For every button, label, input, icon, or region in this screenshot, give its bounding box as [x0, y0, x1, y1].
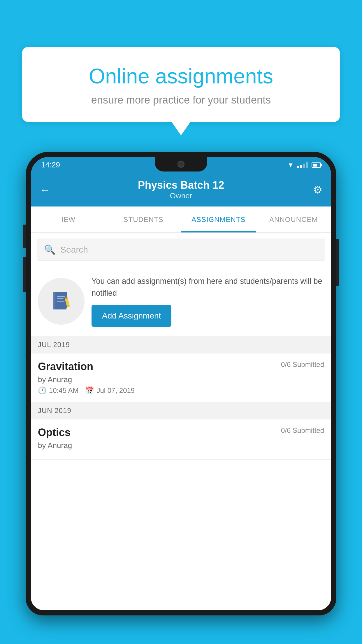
- promo-section: You can add assignment(s) from here and …: [31, 267, 331, 336]
- assignment-time: 🕐 10:45 AM: [38, 386, 78, 395]
- calendar-icon: 📅: [85, 386, 94, 395]
- assignment-submitted-optics: 0/6 Submitted: [281, 426, 324, 435]
- header-title: Physics Batch 12: [54, 179, 308, 191]
- tab-announcements[interactable]: ANNOUNCEM: [256, 206, 331, 232]
- assignment-icon-circle: [38, 278, 85, 325]
- status-time: 14:29: [41, 160, 60, 169]
- back-button[interactable]: ←: [40, 184, 54, 196]
- search-bar[interactable]: 🔍 Search: [37, 239, 325, 261]
- svg-rect-1: [53, 292, 55, 309]
- phone: 14:29 ▼: [26, 152, 336, 644]
- assignment-author-optics: by Anurag: [38, 441, 324, 450]
- svg-rect-4: [57, 301, 64, 302]
- content-area: 🔍 Search: [31, 233, 331, 610]
- tab-assignments[interactable]: ASSIGNMENTS: [181, 206, 256, 232]
- tab-view[interactable]: IEW: [31, 206, 106, 232]
- phone-camera: [178, 161, 184, 168]
- tab-students[interactable]: STUDENTS: [106, 206, 181, 232]
- app-header: ← Physics Batch 12 Owner ⚙: [31, 173, 331, 206]
- section-header-jul: JUL 2019: [31, 336, 331, 354]
- tabs-bar: IEW STUDENTS ASSIGNMENTS ANNOUNCEM: [31, 206, 331, 233]
- assignment-submitted: 0/6 Submitted: [281, 360, 324, 369]
- notebook-icon: [50, 290, 73, 313]
- svg-rect-3: [57, 298, 64, 299]
- assignment-item-gravitation[interactable]: Gravitation 0/6 Submitted by Anurag 🕐 10…: [31, 354, 331, 402]
- assignment-name-optics: Optics: [38, 426, 71, 439]
- assignment-author: by Anurag: [38, 375, 324, 384]
- phone-notch: [155, 157, 207, 172]
- search-placeholder: Search: [60, 245, 88, 255]
- assignment-item-optics[interactable]: Optics 0/6 Submitted by Anurag: [31, 419, 331, 460]
- status-icons: ▼: [287, 161, 321, 169]
- phone-button-left2: [23, 257, 26, 292]
- search-icon: 🔍: [44, 244, 56, 255]
- add-assignment-button[interactable]: Add Assignment: [92, 305, 171, 327]
- wifi-icon: ▼: [287, 161, 294, 169]
- section-header-jun: JUN 2019: [31, 402, 331, 419]
- settings-icon[interactable]: ⚙: [308, 184, 322, 196]
- search-container: 🔍 Search: [31, 233, 331, 267]
- clock-icon: 🕐: [38, 386, 47, 395]
- promo-content: You can add assignment(s) from here and …: [92, 275, 324, 327]
- assignment-name: Gravitation: [38, 360, 93, 373]
- battery-icon: [312, 162, 321, 168]
- speech-bubble-title: Online assignments: [42, 64, 320, 88]
- phone-button-left: [23, 225, 26, 248]
- promo-text: You can add assignment(s) from here and …: [92, 275, 324, 299]
- header-subtitle: Owner: [54, 191, 308, 200]
- assignment-meta: 🕐 10:45 AM 📅 Jul 07, 2019: [38, 386, 324, 395]
- speech-bubble: Online assignments ensure more practice …: [22, 47, 340, 122]
- phone-button-right: [336, 239, 339, 286]
- assignment-date: 📅 Jul 07, 2019: [85, 386, 135, 395]
- svg-rect-2: [57, 296, 65, 297]
- header-title-group: Physics Batch 12 Owner: [54, 179, 308, 200]
- speech-bubble-subtitle: ensure more practice for your students: [42, 94, 320, 106]
- signal-icon: [297, 162, 308, 168]
